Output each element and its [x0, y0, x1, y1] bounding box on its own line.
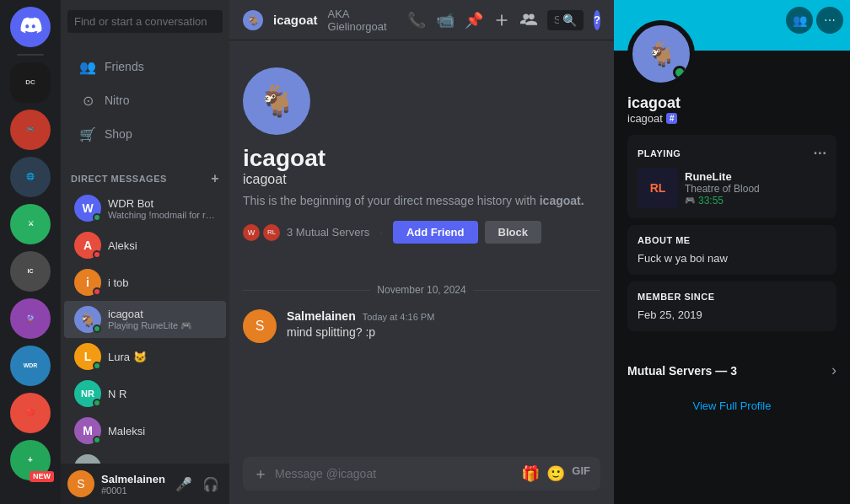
chat-profile-intro: 🐐 icagoat icagoat This is the beginning …: [243, 54, 600, 271]
server-3[interactable]: 🌐: [10, 157, 51, 197]
mithril-avatar: Mi: [74, 454, 101, 464]
member-since-date: Feb 25, 2019: [638, 308, 826, 321]
gift-icon[interactable]: 🎁: [521, 464, 540, 483]
emoji-icon[interactable]: 🙂: [546, 464, 565, 483]
dm-item-nr[interactable]: NR N R: [64, 375, 226, 412]
nr-status-dot: [93, 399, 101, 407]
server-sidebar: DC 🎮 🌐 ⚔ IC 🔮 WDR 🔴 + NEW: [0, 0, 61, 504]
home-button[interactable]: [10, 7, 51, 47]
nav-nitro[interactable]: ⊙ Nitro: [67, 83, 223, 117]
help-button[interactable]: ?: [594, 10, 600, 30]
mutual-servers-left: Mutual Servers — 3: [627, 364, 737, 378]
itob-info: i tob: [108, 276, 216, 289]
playing-section-title: Playing ⋯: [638, 145, 826, 161]
pin-button[interactable]: 📌: [465, 7, 483, 34]
maleksi-name: Maleksi: [108, 425, 216, 437]
server-iron-clan[interactable]: IC: [10, 251, 51, 292]
server-4[interactable]: ⚔: [10, 204, 51, 244]
chat-profile-avatar: 🐐: [243, 67, 310, 135]
channel-sidebar: 👥 Friends ⊙ Nitro 🛒 Shop DIRECT MESSAGES…: [61, 0, 229, 504]
server-new[interactable]: + NEW: [10, 440, 51, 480]
view-full-profile-button[interactable]: View Full Profile: [614, 389, 850, 422]
about-section-title: About Me: [638, 235, 826, 245]
playing-more-button[interactable]: ⋯: [813, 145, 827, 161]
block-button[interactable]: Block: [485, 221, 541, 244]
playing-game: RL RuneLite Theatre of Blood 🎮 33:55: [638, 168, 826, 208]
maleksi-status-dot: [93, 436, 101, 444]
dm-item-wdr-bot[interactable]: W WDR Bot Watching !modmail for reports: [64, 190, 226, 227]
user-bar: S Salmelainen #0001 🎤 🎧 ⚙: [61, 464, 229, 504]
header-search-box: 🔍: [547, 10, 584, 30]
headset-button[interactable]: 🎧: [199, 472, 223, 496]
server-wdr[interactable]: WDR: [10, 346, 51, 386]
add-friend-header-button[interactable]: [493, 7, 510, 34]
attach-button[interactable]: ＋: [253, 464, 268, 484]
dm-list: W WDR Bot Watching !modmail for reports …: [61, 190, 229, 464]
lura-info: Lura 🐱: [108, 351, 216, 363]
chat-profile-username: icagoat: [243, 172, 287, 187]
main-chat: 🐐 icagoat AKA Gielinorgoat 📞 📹 📌 🔍 ?: [229, 0, 614, 504]
wdr-bot-name: WDR Bot: [108, 197, 216, 210]
aleksi-status-dot: [93, 250, 101, 259]
dm-item-mithril[interactable]: Mi Mithril: [64, 449, 226, 464]
message-text: mind splitting? :p: [287, 324, 600, 341]
icagoat-dm-name: icagoat: [108, 308, 216, 320]
maleksi-info: Maleksi: [108, 425, 216, 437]
chat-input-icons: 🎁 🙂 GIF: [521, 464, 590, 483]
dm-item-aleksi[interactable]: A Aleksi: [64, 227, 226, 264]
friends-icon: 👥: [78, 56, 98, 77]
call-button[interactable]: 📞: [407, 7, 426, 34]
aka-name: Gielinorgoat: [328, 20, 387, 33]
profile-panel-name: icagoat: [627, 94, 837, 112]
profile-panel-username: icagoat #: [627, 112, 837, 125]
friends-label: Friends: [105, 60, 144, 73]
mutual-servers-title: Mutual Servers — 3: [627, 364, 737, 378]
dm-item-maleksi[interactable]: M Maleksi: [64, 412, 226, 449]
current-user-avatar: S: [67, 470, 94, 497]
dm-add-button[interactable]: +: [211, 171, 219, 186]
nitro-icon: ⊙: [78, 90, 98, 110]
game-icon: RL: [638, 168, 678, 208]
mutual-server-icon-1: W: [243, 224, 260, 241]
dm-item-icagoat[interactable]: 🐐 icagoat Playing RuneLite 🎮: [64, 301, 226, 338]
server-dead-center[interactable]: DC: [10, 62, 51, 103]
mutual-servers-row[interactable]: Mutual Servers — 3 ›: [614, 351, 850, 389]
game-time: 🎮 33:55: [685, 195, 826, 206]
shop-label: Shop: [105, 127, 132, 141]
dm-section-header: DIRECT MESSAGES +: [61, 158, 229, 190]
game-info: RuneLite Theatre of Blood 🎮 33:55: [685, 170, 826, 206]
shop-icon: 🛒: [78, 124, 98, 144]
icagoat-info: icagoat Playing RuneLite 🎮: [108, 308, 216, 331]
profile-body: icagoat icagoat # Playing ⋯ RL RuneLite: [614, 94, 850, 351]
nr-info: N R: [108, 388, 216, 400]
find-conversation-input[interactable]: [67, 10, 223, 33]
wdr-bot-status: Watching !modmail for reports: [108, 210, 216, 220]
search-input[interactable]: [554, 13, 559, 26]
message-header: Salmelainen Today at 4:16 PM: [287, 309, 600, 323]
server-6[interactable]: 🔮: [10, 298, 51, 339]
add-friend-button[interactable]: Add Friend: [393, 221, 478, 244]
members-button[interactable]: [520, 7, 537, 34]
chat-profile-name: icagoat: [243, 145, 325, 172]
nav-shop[interactable]: 🛒 Shop: [67, 117, 223, 151]
microphone-button[interactable]: 🎤: [172, 472, 196, 496]
dm-item-itob[interactable]: i i tob: [64, 264, 226, 301]
game-time-icon: 🎮: [685, 196, 695, 205]
nav-friends[interactable]: 👥 Friends: [67, 50, 223, 83]
dm-item-lura[interactable]: L Lura 🐱: [64, 338, 226, 375]
date-divider: November 10, 2024: [243, 284, 600, 296]
lura-name: Lura 🐱: [108, 351, 216, 363]
lura-status-dot: [93, 362, 101, 370]
server-2[interactable]: 🎮: [10, 110, 51, 150]
message-input[interactable]: [275, 467, 514, 480]
server-8[interactable]: 🔴: [10, 393, 51, 433]
member-since-section: Member Since Feb 25, 2019: [627, 281, 837, 331]
server-divider-1: [17, 54, 44, 56]
new-badge: NEW: [30, 471, 54, 482]
current-user-info: Salmelainen #0001: [101, 473, 165, 496]
gif-icon[interactable]: GIF: [572, 464, 590, 483]
search-icon: 🔍: [562, 13, 577, 27]
video-button[interactable]: 📹: [436, 7, 455, 34]
current-user-name: Salmelainen: [101, 473, 165, 485]
chat-messages: 🐐 icagoat icagoat This is the beginning …: [229, 40, 614, 457]
